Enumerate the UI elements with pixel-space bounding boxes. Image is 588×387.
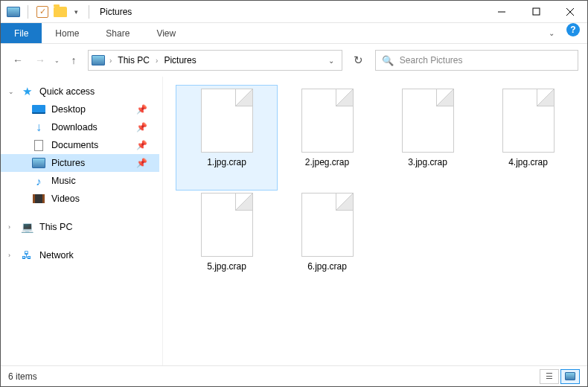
videos-icon — [32, 193, 45, 205]
file-icon — [201, 89, 253, 153]
refresh-button[interactable]: ↻ — [348, 50, 369, 71]
file-icon — [201, 193, 253, 257]
svg-rect-1 — [533, 8, 540, 15]
minimize-button[interactable] — [485, 1, 519, 23]
pc-icon: 💻 — [20, 221, 33, 233]
qat-separator — [28, 5, 28, 19]
sidebar-item-downloads[interactable]: ↓ Downloads 📌 — [1, 118, 159, 136]
sidebar-label: This PC — [39, 222, 72, 232]
sidebar-item-documents[interactable]: Documents 📌 — [1, 136, 159, 154]
sidebar-item-videos[interactable]: Videos — [1, 190, 159, 208]
sidebar-this-pc[interactable]: › 💻 This PC — [1, 218, 159, 236]
address-dropdown-caret[interactable]: ⌄ — [324, 57, 339, 65]
sidebar-label: Music — [51, 176, 76, 186]
file-name: 4.jpg.crap — [505, 157, 551, 167]
file-item[interactable]: 4.jpg.crap — [478, 86, 578, 190]
file-icon — [402, 89, 454, 153]
downloads-icon: ↓ — [32, 121, 45, 133]
file-name: 5.jpg.crap — [204, 261, 249, 272]
location-icon — [92, 55, 105, 65]
sidebar-item-desktop[interactable]: Desktop 📌 — [1, 100, 159, 118]
breadcrumb-pictures[interactable]: Pictures — [162, 55, 197, 65]
file-item[interactable]: 2.jpeg.crap — [277, 86, 377, 190]
tab-file[interactable]: File — [1, 23, 42, 43]
back-button[interactable]: ← — [10, 52, 26, 68]
search-placeholder: Search Pictures — [400, 55, 463, 65]
expander-icon[interactable]: ⌄ — [8, 88, 14, 95]
file-item[interactable]: 3.jpg.crap — [377, 86, 478, 190]
sidebar-quick-access[interactable]: ⌄ ★ Quick access — [1, 83, 159, 100]
sidebar-label: Network — [39, 250, 74, 260]
expander-icon[interactable]: › — [8, 252, 10, 259]
history-caret[interactable]: ⌄ — [54, 57, 60, 64]
sidebar-label: Documents — [51, 140, 98, 150]
tab-share[interactable]: Share — [92, 23, 143, 43]
ribbon-collapse-caret[interactable]: ⌄ — [544, 23, 559, 43]
file-list[interactable]: 1.jpg.crap 2.jpeg.crap 3.jpg.crap 4.jpg.… — [163, 77, 587, 365]
qat-separator-2 — [89, 5, 89, 19]
file-item[interactable]: 1.jpg.crap — [176, 86, 277, 190]
expander-icon[interactable]: › — [8, 223, 10, 231]
status-bar: 6 items ☰ — [1, 365, 587, 386]
close-button[interactable] — [553, 1, 587, 23]
breadcrumb-this-pc[interactable]: This PC — [116, 55, 151, 65]
sidebar-item-pictures[interactable]: Pictures 📌 — [1, 154, 159, 172]
view-large-icons-button[interactable] — [560, 369, 580, 384]
chevron-right-icon[interactable]: › — [154, 57, 159, 65]
pin-icon: 📌 — [136, 158, 155, 168]
desktop-icon — [32, 103, 45, 115]
ribbon-tabs: File Home Share View ⌄ ? — [1, 23, 587, 44]
view-details-button[interactable]: ☰ — [540, 369, 559, 384]
sidebar-label: Pictures — [51, 158, 85, 168]
pin-icon: 📌 — [136, 122, 155, 132]
forward-button[interactable]: → — [32, 52, 48, 68]
documents-icon — [32, 139, 45, 151]
file-icon — [502, 89, 555, 153]
chevron-right-icon[interactable]: › — [108, 57, 113, 65]
pictures-icon — [32, 157, 45, 169]
file-name: 2.jpeg.crap — [302, 157, 352, 167]
maximize-button[interactable] — [519, 1, 553, 23]
navigation-pane: ⌄ ★ Quick access Desktop 📌 ↓ Downloads 📌… — [1, 77, 163, 365]
network-icon: 🖧 — [20, 249, 33, 261]
file-item[interactable]: 6.jpg.crap — [277, 190, 377, 294]
pin-icon: 📌 — [136, 104, 155, 115]
status-item-count: 6 items — [8, 371, 37, 382]
file-item[interactable]: 5.jpg.crap — [176, 190, 277, 294]
up-button[interactable]: ↑ — [65, 52, 82, 68]
pin-icon: 📌 — [136, 140, 155, 150]
search-input[interactable]: 🔍 Search Pictures — [375, 50, 578, 71]
nav-toolbar: ← → ⌄ ↑ › This PC › Pictures ⌄ ↻ 🔍 Searc… — [1, 44, 587, 77]
address-bar[interactable]: › This PC › Pictures ⌄ — [88, 50, 342, 71]
file-name: 3.jpg.crap — [405, 157, 450, 167]
file-icon — [301, 89, 354, 153]
help-button[interactable]: ? — [566, 23, 580, 36]
tab-home[interactable]: Home — [42, 23, 92, 43]
search-icon: 🔍 — [382, 55, 394, 66]
qat-customize-caret[interactable]: ▾ — [71, 8, 81, 16]
window-title: Pictures — [100, 7, 132, 17]
qat-newfolder-icon[interactable] — [54, 5, 67, 19]
sidebar-label: Videos — [51, 194, 80, 204]
sidebar-label: Desktop — [51, 104, 86, 115]
file-name: 6.jpg.crap — [304, 261, 350, 272]
sidebar-item-music[interactable]: ♪ Music — [1, 172, 159, 190]
title-bar: ✓ ▾ Pictures — [1, 1, 587, 23]
file-icon — [301, 193, 354, 257]
star-icon: ★ — [20, 86, 33, 97]
sidebar-network[interactable]: › 🖧 Network — [1, 246, 159, 264]
sidebar-label: Quick access — [39, 86, 95, 97]
sidebar-label: Downloads — [51, 122, 98, 132]
music-icon: ♪ — [32, 175, 45, 187]
tab-view[interactable]: View — [143, 23, 189, 43]
qat-properties-icon[interactable]: ✓ — [36, 5, 49, 19]
file-name: 1.jpg.crap — [204, 157, 249, 167]
window-icon — [7, 5, 20, 19]
